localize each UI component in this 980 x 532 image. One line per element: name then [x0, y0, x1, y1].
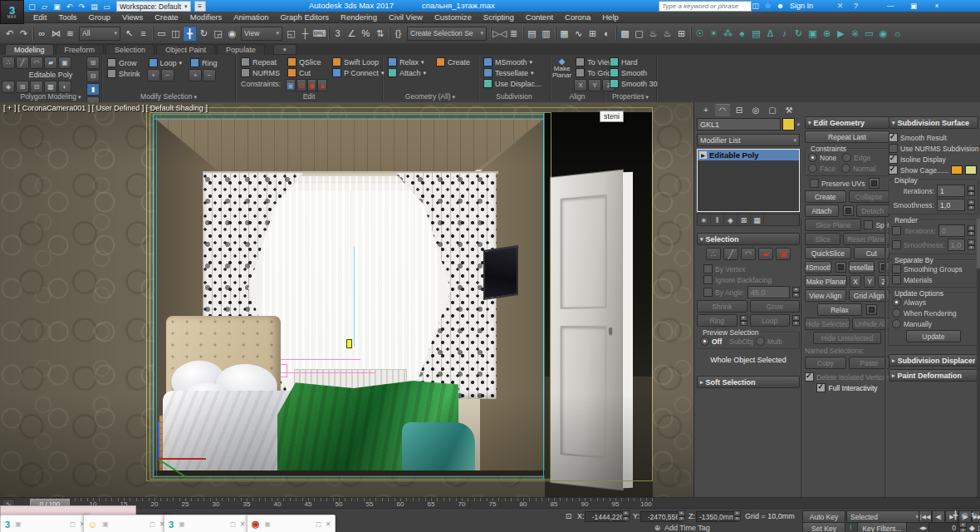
selection-filter-dropdown[interactable]: All: [79, 27, 120, 41]
select-and-move-icon[interactable]: ╋: [183, 26, 197, 42]
timeline-tick-25[interactable]: 25: [182, 500, 189, 508]
smoothing-groups-checkbox[interactable]: [892, 264, 901, 273]
use-displacement-button[interactable]: Use Displac...: [482, 78, 546, 89]
grow-button[interactable]: Grow: [105, 57, 142, 68]
msmooth-button[interactable]: MSmooth: [805, 261, 831, 273]
attach-button[interactable]: Attach ▾: [386, 67, 428, 78]
material-editor-icon[interactable]: ◐: [600, 26, 614, 42]
by-angle-field[interactable]: 45,0: [747, 286, 790, 298]
color-dropdown-arrow[interactable]: ▾: [796, 121, 800, 128]
slice-button[interactable]: Slice: [805, 233, 840, 245]
smooth-result-checkbox[interactable]: [889, 133, 898, 142]
slice-plane-button[interactable]: Slice Plane: [805, 219, 861, 231]
loop-button[interactable]: Loop: [750, 314, 791, 327]
grid-align-button[interactable]: Grid Align: [849, 289, 890, 302]
expand-arrow-icon[interactable]: ▶: [699, 151, 707, 159]
corona-target-icon[interactable]: ⊕: [820, 26, 834, 42]
element-icon[interactable]: ▣: [776, 248, 791, 260]
cage-color-swatch[interactable]: [951, 165, 963, 175]
curve-editor-icon[interactable]: ∿: [571, 26, 586, 42]
window-close-icon[interactable]: ×: [240, 520, 245, 529]
make-planar-button[interactable]: Make Planar: [552, 66, 571, 79]
pm-tool-5-button[interactable]: ◐: [58, 81, 71, 93]
constrain-face-icon[interactable]: ◆: [307, 79, 317, 91]
timeline-tick-95[interactable]: 95: [612, 500, 620, 508]
menu-animation[interactable]: Animation: [228, 12, 274, 22]
motion-tab-icon[interactable]: ◎: [748, 104, 763, 116]
autodesk-exchange-icon[interactable]: ✕: [835, 1, 845, 11]
named-sets-dropdown[interactable]: Create Selection Se: [407, 27, 487, 41]
preview-off-radio[interactable]: [700, 337, 709, 346]
key-steps-icon[interactable]: ≀: [846, 522, 855, 532]
snaps-toggle-icon[interactable]: 3: [331, 26, 345, 42]
split-checkbox[interactable]: [864, 220, 873, 229]
menu-graph-editors[interactable]: Graph Editors: [274, 12, 335, 22]
render-smoothness-checkbox[interactable]: [892, 240, 901, 249]
keyboard-override-icon[interactable]: ⌨: [312, 26, 326, 42]
show-cage-checkbox[interactable]: [889, 165, 898, 175]
absolute-offset-toggle-icon[interactable]: ⊡: [564, 511, 573, 521]
pm-expand-stack-button[interactable]: ⊟: [86, 70, 100, 82]
mirror-icon[interactable]: ▷◁: [492, 26, 507, 42]
messenger-window-tab[interactable]: ☺▣□×: [83, 515, 169, 532]
relax-button[interactable]: Relax ▾: [386, 57, 428, 67]
edge-icon[interactable]: ╱: [723, 248, 738, 260]
z-spinner[interactable]: [733, 510, 741, 521]
time-config-icon[interactable]: ▷: [977, 523, 980, 532]
pm-tool-3-button[interactable]: ⊟: [30, 81, 43, 93]
y-coordinate-field[interactable]: -2470,556: [640, 511, 682, 522]
smooth-button[interactable]: Smooth: [608, 67, 653, 78]
utilities-tab-icon[interactable]: ⚒: [782, 104, 796, 116]
loop-minus-button[interactable]: −: [161, 69, 174, 81]
corona-scatter-icon[interactable]: ⁂: [721, 26, 735, 42]
swift-loop-button[interactable]: Swift Loop: [331, 57, 382, 67]
ribbon-minimize-icon[interactable]: ▾: [273, 44, 296, 55]
community-help-icon[interactable]: ◫: [750, 1, 761, 11]
menu-scripting[interactable]: Scripting: [478, 12, 520, 22]
add-time-tag[interactable]: Add Time Tag: [664, 524, 710, 532]
ring-button[interactable]: Ring: [189, 57, 219, 68]
render-iterative-icon[interactable]: ♨: [660, 26, 674, 42]
open-folder-icon[interactable]: ▱: [39, 2, 50, 12]
command-panel-scrollbar[interactable]: [977, 219, 980, 532]
align-x-button[interactable]: X: [574, 79, 587, 91]
subdivision-displacement-rollout-header[interactable]: Subdivision Displacement: [889, 354, 978, 367]
preserve-uvs-checkbox[interactable]: [810, 179, 819, 188]
orbit-icon[interactable]: ↻: [969, 510, 978, 520]
ribbon-tab-object-paint[interactable]: Object Paint: [156, 44, 215, 55]
previous-frame-icon[interactable]: ◀|: [932, 510, 945, 523]
cage-selected-color-swatch[interactable]: [965, 165, 977, 175]
pconnect-button[interactable]: P Connect ▾: [331, 67, 382, 78]
menu-civil-view[interactable]: Civil View: [383, 12, 429, 22]
window-crossing-icon[interactable]: ◫: [169, 26, 183, 42]
repeat-button[interactable]: Repeat: [239, 57, 282, 67]
stack-item-editable-poly[interactable]: ▶ Editable Poly: [698, 150, 799, 160]
pm-tool-1-button[interactable]: ◈: [2, 81, 15, 93]
rectangular-selection-icon[interactable]: ▭: [154, 26, 169, 42]
pm-edge-button[interactable]: ╱: [16, 57, 29, 69]
display-smoothness-spinner[interactable]: [968, 200, 975, 210]
maximize-button[interactable]: ▣: [905, 1, 922, 11]
attach-button[interactable]: Attach: [805, 204, 839, 217]
shrink-button[interactable]: Shrink: [697, 300, 747, 313]
cut-button[interactable]: Cut: [286, 67, 327, 78]
render-iterations-field[interactable]: 0: [938, 224, 965, 237]
render-production-icon[interactable]: ♨: [646, 26, 660, 42]
window-maximize-icon[interactable]: □: [316, 520, 321, 529]
qslice-button[interactable]: QSlice: [286, 57, 327, 67]
grow-button[interactable]: Grow: [750, 300, 801, 313]
relax-button[interactable]: Relax: [817, 303, 862, 316]
by-vertex-checkbox[interactable]: [703, 264, 713, 273]
ring-plus-button[interactable]: +: [189, 69, 202, 81]
msmooth-settings-button[interactable]: [835, 262, 846, 273]
object-color-swatch[interactable]: [782, 118, 795, 131]
show-end-result-icon[interactable]: ‖: [711, 214, 724, 225]
constrain-normal-icon[interactable]: ▲: [317, 79, 327, 91]
scene-explorer-icon[interactable]: ▤: [525, 26, 539, 42]
ring-button[interactable]: Ring: [697, 314, 737, 327]
project-folder-icon[interactable]: ▤: [89, 2, 100, 12]
corona-trees-icon[interactable]: ♠: [735, 26, 749, 42]
select-and-rotate-icon[interactable]: ↻: [197, 26, 211, 42]
timeline-tick-80[interactable]: 80: [520, 500, 527, 508]
constraint-edge-radio[interactable]: [842, 153, 851, 162]
